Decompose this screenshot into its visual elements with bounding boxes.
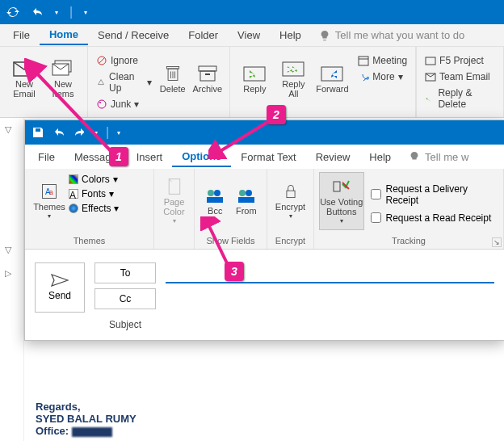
subject-label: Subject — [94, 314, 156, 330]
svg-rect-12 — [199, 66, 216, 71]
compose-tab-format[interactable]: Format Text — [231, 148, 305, 166]
redo-icon[interactable] — [74, 126, 86, 139]
compose-titlebar: ▾ | ▾ — [25, 120, 504, 145]
from-button[interactable]: From — [231, 172, 262, 230]
compose-tab-file[interactable]: File — [28, 148, 65, 166]
tell-me-search[interactable]: Tell me what you want to do — [319, 29, 464, 41]
folder-gutter: ▽ ▽ ▷ — [0, 118, 24, 441]
tab-folder[interactable]: Folder — [178, 26, 228, 44]
svg-rect-32 — [286, 191, 294, 197]
reply-all-button[interactable]: Reply All — [274, 50, 313, 108]
bulb-icon — [319, 30, 330, 41]
fonts-button[interactable]: AFonts ▾ — [69, 188, 119, 199]
svg-rect-28 — [207, 197, 223, 203]
compose-ribbon: Aa Themes▾ Colors ▾ AFonts ▾ Effects ▾ T… — [25, 169, 504, 250]
send-button[interactable]: Send — [35, 262, 85, 313]
main-titlebar: ▾ | ▾ — [0, 0, 504, 24]
ignore-button[interactable]: Ignore — [93, 53, 155, 68]
compose-menubar: File Message Insert Options Format Text … — [25, 145, 504, 169]
tab-file[interactable]: File — [3, 26, 40, 44]
compose-tell-me-label: Tell me w — [425, 151, 468, 163]
undo-icon[interactable] — [52, 126, 65, 139]
tab-view[interactable]: View — [228, 26, 270, 44]
compose-tab-options[interactable]: Options — [172, 147, 231, 167]
svg-rect-25 — [169, 178, 180, 194]
annotation-1: 1 — [109, 147, 128, 166]
main-ribbon: New Email New Items Ignore Clean Up ▾ Ju… — [0, 47, 504, 118]
main-menubar: File Home Send / Receive Folder View Hel… — [0, 24, 504, 47]
to-button[interactable]: To — [94, 262, 156, 283]
cc-button[interactable]: Cc — [94, 288, 156, 309]
qat-dropdown-icon[interactable]: ▾ — [55, 9, 58, 16]
compose-qat-dropdown[interactable]: ▾ — [94, 129, 98, 136]
svg-rect-31 — [238, 197, 254, 203]
new-items-button[interactable]: New Items — [44, 50, 82, 108]
clean-up-button[interactable]: Clean Up ▾ — [93, 69, 155, 95]
compose-tell-me[interactable]: Tell me w — [409, 151, 468, 163]
tell-me-label: Tell me what you want to do — [335, 29, 464, 41]
regards-line: Regards, — [36, 401, 136, 413]
office-label: Office: — [36, 425, 69, 437]
reply-button[interactable]: Reply — [235, 50, 274, 108]
encrypt-label: Encrypt — [267, 234, 313, 249]
new-email-button[interactable]: New Email — [5, 50, 44, 108]
qat-customize-icon[interactable]: ▾ — [84, 9, 87, 16]
save-icon[interactable] — [32, 126, 44, 139]
archive-button[interactable]: Archive — [190, 50, 225, 108]
sync-icon[interactable] — [6, 6, 19, 19]
svg-rect-18 — [359, 57, 368, 65]
svg-text:a: a — [49, 188, 53, 196]
meeting-button[interactable]: Meeting — [355, 53, 410, 68]
junk-button[interactable]: Junk ▾ — [93, 97, 155, 111]
quickstep-reply-delete[interactable]: Reply & Delete — [422, 86, 498, 111]
office-redacted — [72, 427, 112, 437]
themes-button[interactable]: Aa Themes▾ — [30, 172, 69, 230]
delete-button[interactable]: Delete — [155, 50, 190, 108]
svg-point-26 — [208, 190, 214, 196]
svg-line-4 — [99, 57, 105, 64]
to-field[interactable] — [166, 262, 494, 283]
message-signature: Regards, SYED BALAL RUMY Office: — [36, 401, 136, 437]
colors-button[interactable]: Colors ▾ — [69, 174, 119, 185]
compose-window: ▾ | ▾ File Message Insert Options Format… — [24, 120, 504, 341]
annotation-2: 2 — [267, 105, 286, 124]
effects-button[interactable]: Effects ▾ — [69, 203, 119, 214]
svg-rect-17 — [321, 67, 342, 81]
read-receipt-checkbox[interactable]: Request a Read Receipt — [364, 209, 498, 227]
gutter-collapse-2[interactable]: ▽ — [0, 238, 23, 262]
compose-tab-insert[interactable]: Insert — [127, 148, 173, 166]
gutter-collapse-1[interactable]: ▽ — [0, 118, 23, 141]
svg-point-5 — [98, 100, 106, 108]
svg-point-6 — [99, 102, 101, 103]
svg-rect-15 — [244, 67, 265, 81]
gutter-expand[interactable]: ▷ — [0, 262, 23, 285]
svg-point-29 — [239, 190, 246, 196]
tab-home[interactable]: Home — [40, 25, 88, 45]
svg-rect-13 — [200, 71, 215, 81]
bulb-icon — [409, 151, 420, 162]
tab-help[interactable]: Help — [270, 26, 311, 44]
page-color-button[interactable]: Page Color▾ — [159, 172, 189, 230]
forward-button[interactable]: Forward — [313, 50, 351, 108]
tracking-label: Tracking — [314, 234, 503, 249]
signature-name: SYED BALAL RUMY — [36, 413, 136, 425]
compose-header-area: Send To Cc Subject — [25, 250, 504, 340]
annotation-3: 3 — [225, 262, 244, 281]
svg-point-27 — [214, 190, 220, 196]
quickstep-f5[interactable]: F5 Project — [422, 53, 498, 68]
svg-rect-33 — [334, 182, 340, 191]
tracking-dialog-launcher[interactable]: ↘ — [492, 237, 502, 247]
compose-tab-review[interactable]: Review — [306, 148, 360, 166]
more-button[interactable]: More ▾ — [355, 69, 410, 84]
bcc-button[interactable]: Bcc — [200, 172, 231, 230]
undo-icon[interactable] — [31, 6, 44, 19]
compose-qat-customize[interactable]: ▾ — [117, 129, 120, 136]
svg-rect-20 — [426, 57, 435, 65]
svg-rect-11 — [166, 66, 178, 69]
tab-send-receive[interactable]: Send / Receive — [88, 26, 178, 44]
delivery-receipt-checkbox[interactable]: Request a Delivery Receipt — [364, 180, 498, 209]
compose-tab-help[interactable]: Help — [359, 148, 401, 166]
voting-buttons[interactable]: Use Voting Buttons▾ — [319, 172, 364, 230]
quickstep-team[interactable]: Team Email — [422, 69, 498, 84]
encrypt-button[interactable]: Encrypt▾ — [272, 172, 309, 230]
